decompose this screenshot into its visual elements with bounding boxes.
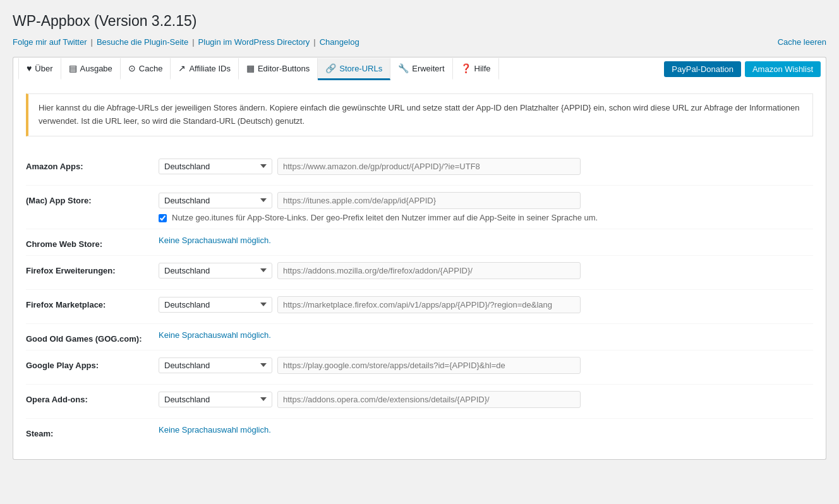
tabs-left: ♥ Über ▤ Ausgabe ⊙ Cache ↗ Affiliate IDs… — [18, 58, 499, 80]
google-play-apps-input[interactable] — [277, 357, 581, 374]
mac-app-store-fields: Deutschland English — [159, 192, 813, 209]
amazon-button[interactable]: Amazon Wishlist — [745, 61, 821, 77]
sep-3: | — [313, 37, 315, 47]
mac-app-store-select[interactable]: Deutschland English — [159, 193, 272, 208]
tab-affiliate-label: Affiliate IDs — [189, 64, 231, 73]
steam-no-lang-text: Keine Sprachauswahl möglich. — [159, 425, 271, 435]
mac-app-store-row: (Mac) App Store: Deutschland English Nut… — [26, 186, 813, 229]
firefox-marketplace-fields: Deutschland English — [159, 296, 813, 313]
tabs-buttons: PayPal-Donation Amazon Wishlist — [664, 57, 821, 81]
tab-ausgabe-label: Ausgabe — [80, 64, 112, 73]
tab-uber[interactable]: ♥ Über — [18, 58, 61, 80]
chrome-web-store-content: Keine Sprachauswahl möglich. — [159, 236, 813, 245]
wp-dir-link[interactable]: Plugin im WordPress Directory — [198, 37, 310, 47]
opera-add-ons-row: Opera Add-ons: Deutschland English — [26, 385, 813, 419]
opera-add-ons-label: Opera Add-ons: — [26, 391, 159, 404]
tabs-bar: ♥ Über ▤ Ausgabe ⊙ Cache ↗ Affiliate IDs… — [13, 57, 826, 81]
firefox-erweiterungen-input[interactable] — [277, 262, 581, 279]
list-icon: ▤ — [69, 63, 77, 73]
google-play-apps-fields: Deutschland English — [159, 357, 813, 374]
mac-app-store-content: Deutschland English Nutze geo.itunes für… — [159, 192, 813, 222]
firefox-marketplace-label: Firefox Marketplace: — [26, 296, 159, 309]
sep-1: | — [91, 37, 93, 47]
amazon-apps-select[interactable]: Deutschland English — [159, 159, 272, 174]
sep-2: | — [192, 37, 194, 47]
mac-app-store-input[interactable] — [277, 192, 581, 209]
paypal-button[interactable]: PayPal-Donation — [664, 61, 741, 77]
info-box-text: Hier kannst du die Abfrage-URLs der jewe… — [39, 103, 799, 126]
good-old-games-content: Keine Sprachauswahl möglich. — [159, 330, 813, 340]
google-play-apps-content: Deutschland English — [159, 357, 813, 378]
wrench-icon: 🔧 — [398, 63, 409, 73]
google-play-apps-row: Google Play Apps: Deutschland English — [26, 351, 813, 385]
tab-hilfe-label: Hilfe — [474, 64, 491, 73]
good-old-games-row: Good Old Games (GOG.com): Keine Sprachau… — [26, 324, 813, 351]
info-box: Hier kannst du die Abfrage-URLs der jewe… — [26, 93, 813, 136]
firefox-marketplace-row: Firefox Marketplace: Deutschland English — [26, 290, 813, 324]
opera-add-ons-input[interactable] — [277, 391, 581, 408]
amazon-apps-input[interactable] — [277, 158, 581, 175]
help-icon: ❓ — [461, 63, 471, 73]
good-old-games-label: Good Old Games (GOG.com): — [26, 330, 159, 344]
tab-erweitert-label: Erweitert — [412, 64, 444, 73]
geo-itunes-row: Nutze geo.itunes für App-Store-Links. De… — [159, 213, 813, 222]
cache-leeren-link[interactable]: Cache leeren — [778, 37, 826, 47]
steam-content: Keine Sprachauswahl möglich. — [159, 425, 813, 435]
opera-add-ons-select[interactable]: Deutschland English — [159, 392, 272, 407]
geo-itunes-checkbox[interactable] — [159, 214, 167, 222]
link-icon: 🔗 — [325, 63, 336, 73]
tab-uber-label: Über — [35, 64, 52, 73]
changelog-link[interactable]: Changelog — [320, 37, 359, 47]
tab-storeurls[interactable]: 🔗 Store-URLs — [318, 58, 390, 80]
tab-cache-label: Cache — [139, 64, 163, 73]
gog-no-lang-text: Keine Sprachauswahl möglich. — [159, 330, 271, 340]
tab-erweitert[interactable]: 🔧 Erweitert — [390, 58, 452, 80]
firefox-erweiterungen-label: Firefox Erweiterungen: — [26, 262, 159, 275]
tab-affiliate[interactable]: ↗ Affiliate IDs — [171, 58, 239, 80]
chrome-web-store-row: Chrome Web Store: Keine Sprachauswahl mö… — [26, 229, 813, 256]
affiliate-icon: ↗ — [178, 63, 186, 73]
google-play-apps-select[interactable]: Deutschland English — [159, 357, 272, 373]
chrome-web-store-label: Chrome Web Store: — [26, 236, 159, 249]
amazon-apps-fields: Deutschland English — [159, 158, 813, 175]
opera-add-ons-content: Deutschland English — [159, 391, 813, 412]
steam-row: Steam: Keine Sprachauswahl möglich. — [26, 419, 813, 445]
amazon-apps-content: Deutschland English — [159, 158, 813, 179]
tab-editor[interactable]: ▦ Editor-Buttons — [239, 58, 318, 80]
google-play-apps-label: Google Play Apps: — [26, 357, 159, 370]
firefox-erweiterungen-row: Firefox Erweiterungen: Deutschland Engli… — [26, 256, 813, 290]
plugin-site-link[interactable]: Besuche die Plugin-Seite — [97, 37, 188, 47]
content-area: Hier kannst du die Abfrage-URLs der jewe… — [13, 81, 826, 460]
tab-cache[interactable]: ⊙ Cache — [121, 58, 171, 80]
firefox-erweiterungen-content: Deutschland English — [159, 262, 813, 283]
tab-editor-label: Editor-Buttons — [258, 64, 310, 73]
opera-add-ons-fields: Deutschland English — [159, 391, 813, 408]
steam-label: Steam: — [26, 425, 159, 438]
chrome-no-lang-text: Keine Sprachauswahl möglich. — [159, 236, 271, 245]
top-links-bar: Folge mir auf Twitter | Besuche die Plug… — [13, 37, 826, 47]
firefox-marketplace-input[interactable] — [277, 296, 581, 313]
top-links-left: Folge mir auf Twitter | Besuche die Plug… — [13, 37, 359, 47]
geo-itunes-label: Nutze geo.itunes für App-Store-Links. De… — [172, 213, 598, 222]
editor-icon: ▦ — [246, 63, 255, 73]
heart-icon: ♥ — [27, 63, 32, 73]
amazon-apps-row: Amazon Apps: Deutschland English — [26, 152, 813, 186]
firefox-erweiterungen-fields: Deutschland English — [159, 262, 813, 279]
firefox-marketplace-select[interactable]: Deutschland English — [159, 297, 272, 313]
firefox-erweiterungen-select[interactable]: Deutschland English — [159, 263, 272, 279]
tab-hilfe[interactable]: ❓ Hilfe — [453, 58, 499, 80]
mac-app-store-label: (Mac) App Store: — [26, 192, 159, 205]
tab-storeurls-label: Store-URLs — [339, 64, 382, 73]
amazon-apps-label: Amazon Apps: — [26, 158, 159, 171]
page-title: WP-Appbox (Version 3.2.15) — [13, 13, 826, 30]
form-container: Amazon Apps: Deutschland English (Mac) A… — [26, 152, 813, 445]
cache-icon: ⊙ — [128, 63, 136, 73]
tab-ausgabe[interactable]: ▤ Ausgabe — [61, 58, 121, 80]
twitter-link[interactable]: Folge mir auf Twitter — [13, 37, 87, 47]
firefox-marketplace-content: Deutschland English — [159, 296, 813, 317]
